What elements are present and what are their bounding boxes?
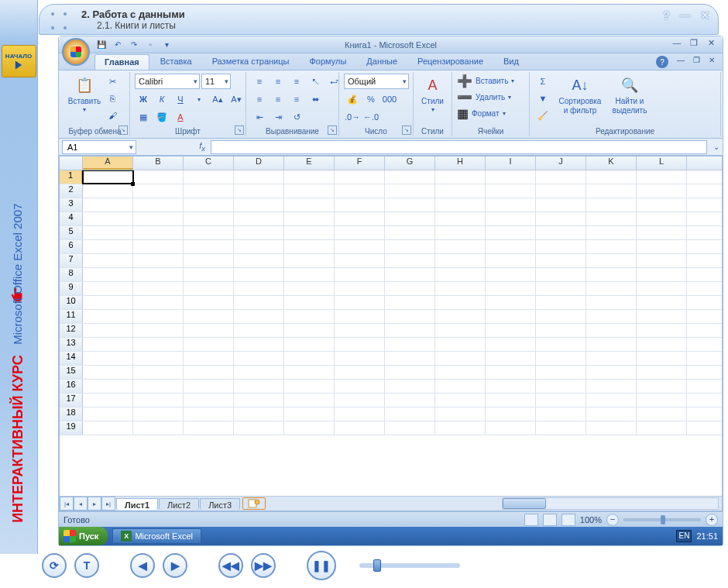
ribbon-tab-2[interactable]: Разметка страницы [203,54,299,70]
number-format-combo[interactable]: Общий [344,74,409,89]
fx-button[interactable]: fx [194,141,211,153]
office-button[interactable] [62,38,90,66]
view-normal-icon[interactable] [524,514,538,526]
cell[interactable] [536,184,586,198]
row-header[interactable]: 6 [60,240,83,253]
column-header[interactable]: B [133,156,184,170]
cell[interactable] [284,338,335,351]
scrollbar-thumb[interactable] [503,498,546,509]
qat-undo-icon[interactable]: ↶ [111,38,125,52]
cell[interactable] [486,254,536,267]
cell[interactable] [637,421,687,435]
name-box[interactable]: A1 [62,140,136,154]
cell[interactable] [536,366,586,379]
cell[interactable] [385,296,435,309]
cell[interactable] [133,310,184,323]
cell[interactable] [637,282,687,295]
cell[interactable] [385,184,435,198]
cell[interactable] [536,296,586,309]
cell[interactable] [536,338,586,351]
cell[interactable] [486,282,536,295]
ribbon-tab-6[interactable]: Вид [494,54,528,70]
column-header[interactable]: E [284,156,335,170]
cell[interactable] [284,407,335,421]
cell[interactable] [486,212,536,225]
cell[interactable] [184,282,234,295]
cell[interactable] [586,407,637,421]
cell[interactable] [335,254,385,267]
cell[interactable] [234,282,284,295]
cell[interactable] [335,407,385,421]
align-top-icon[interactable]: ≡ [251,74,268,89]
cell[interactable] [284,240,335,253]
row-header[interactable]: 17 [60,394,83,407]
cell[interactable] [184,268,234,281]
row-header[interactable]: 1 [60,170,83,184]
font-color-icon[interactable]: A [172,109,189,125]
cell[interactable] [83,366,133,379]
paste-button[interactable]: 📋 Вставить▾ [65,74,104,113]
cell[interactable] [435,338,486,351]
alignment-launcher-icon[interactable]: ↘ [328,126,337,135]
cell[interactable] [486,380,536,393]
cell[interactable] [486,338,536,351]
cell[interactable] [536,282,586,295]
workbook-restore-button[interactable]: ❐ [690,56,702,67]
cell[interactable] [133,198,184,211]
select-all-corner[interactable] [60,156,83,170]
cell[interactable] [385,254,435,267]
cell[interactable] [637,352,687,365]
cell[interactable] [385,366,435,379]
excel-close-button[interactable]: ✕ [704,38,718,50]
cell[interactable] [234,240,284,253]
cell[interactable] [435,296,486,309]
view-page-layout-icon[interactable] [543,514,557,526]
cell[interactable] [486,170,536,184]
cell[interactable] [637,184,687,198]
cell[interactable] [385,240,435,253]
cell[interactable] [637,170,687,184]
cell[interactable] [335,324,385,337]
cell[interactable] [234,366,284,379]
cell[interactable] [435,324,486,337]
row-header[interactable]: 18 [60,407,83,421]
start-button[interactable]: НАЧАЛО [2,45,36,77]
cell[interactable] [335,366,385,379]
cell[interactable] [637,254,687,267]
row-header[interactable]: 13 [60,338,83,351]
comma-format-icon[interactable]: 000 [381,91,398,107]
cell[interactable] [284,268,335,281]
formula-input[interactable] [211,140,707,154]
cell[interactable] [637,394,687,407]
ribbon-tab-0[interactable]: Главная [94,54,149,70]
cell[interactable] [335,310,385,323]
insert-cells-button[interactable]: Вставить [476,77,508,85]
column-header[interactable]: H [435,156,486,170]
cell[interactable] [385,394,435,407]
font-shrink-icon[interactable]: A▾ [228,91,245,107]
cell[interactable] [637,296,687,309]
cell[interactable] [586,394,637,407]
qat-customize-icon[interactable]: ▾ [160,38,173,52]
zoom-slider[interactable] [623,518,701,521]
qat-save-icon[interactable]: 💾 [94,38,108,52]
cell[interactable] [637,324,687,337]
indent-increase-icon[interactable]: ⇥ [270,109,287,125]
cell[interactable] [133,324,184,337]
cell[interactable] [133,407,184,421]
cell[interactable] [385,324,435,337]
font-name-combo[interactable]: Calibri [135,74,200,89]
cell[interactable] [234,296,284,309]
cell[interactable] [637,198,687,211]
cell[interactable] [435,394,486,407]
ribbon-tab-1[interactable]: Вставка [151,54,201,70]
cell[interactable] [284,366,335,379]
cell[interactable] [83,226,133,239]
row-header[interactable]: 15 [60,366,83,379]
formula-bar-expand-icon[interactable]: ⌄ [710,143,723,151]
row-header[interactable]: 19 [60,421,83,435]
increase-decimal-icon[interactable]: .0→ [344,109,361,125]
sheet-nav-next-icon[interactable]: ▸ [88,497,101,511]
cell[interactable] [435,184,486,198]
ribbon-tab-5[interactable]: Рецензирование [408,54,493,70]
